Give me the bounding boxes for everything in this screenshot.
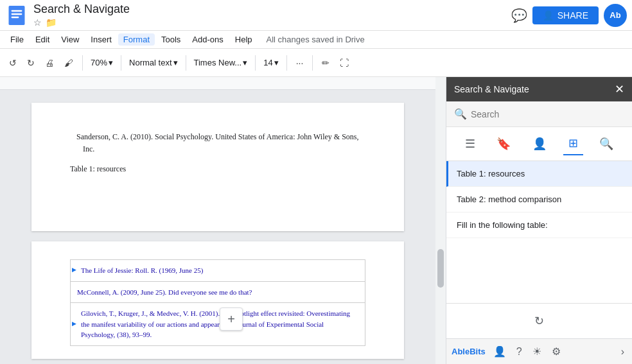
share-person-icon: 👤 xyxy=(543,10,554,21)
addon-settings-button[interactable]: ⚙ xyxy=(549,343,563,360)
search-zoom-icon[interactable]: 🔍 xyxy=(594,133,619,155)
svg-rect-0 xyxy=(9,6,25,25)
avatar[interactable]: Ab xyxy=(604,4,627,27)
addon-person-button[interactable]: 👤 xyxy=(491,343,509,360)
table-row: McConnell, A. (2009, June 25). Did every… xyxy=(71,281,365,303)
share-button[interactable]: 👤 SHARE xyxy=(532,6,599,24)
title-area: Search & Navigate ☆ 📁 xyxy=(33,3,506,28)
table-row: The Life of Jessie: Roll. R. (1969, June… xyxy=(71,260,365,282)
style-caret: ▾ xyxy=(173,58,178,67)
list-icon[interactable]: ☰ xyxy=(460,133,480,155)
redo-button[interactable]: ↻ xyxy=(23,55,39,71)
bookmark-icon[interactable]: 🔖 xyxy=(491,133,516,155)
doc-title[interactable]: Search & Navigate xyxy=(33,3,506,16)
toolbar: ↺ ↻ 🖨 🖌 70% ▾ Normal text ▾ Times New...… xyxy=(0,49,632,77)
addon-help-button[interactable]: ? xyxy=(514,343,525,360)
expand-button[interactable]: ⛶ xyxy=(336,55,353,71)
list-item[interactable]: Table 2: method comparison xyxy=(446,187,632,212)
menu-help[interactable]: Help xyxy=(230,33,258,46)
font-value: Times New... xyxy=(194,58,242,67)
page-1: Sanderson, C. A. (2010). Social Psycholo… xyxy=(31,103,404,231)
top-right: 💬 👤 SHARE Ab xyxy=(511,4,627,27)
separator-4 xyxy=(255,55,256,71)
print-button[interactable]: 🖨 xyxy=(41,55,58,71)
refresh-area: ↻ xyxy=(446,303,632,338)
list-item[interactable]: Fill in the following table: xyxy=(446,212,632,238)
page-1-text: Sanderson, C. A. (2010). Social Psycholo… xyxy=(70,131,365,176)
separator-5 xyxy=(286,55,287,71)
undo-button[interactable]: ↺ xyxy=(5,55,21,71)
menu-view[interactable]: View xyxy=(56,33,84,46)
style-select[interactable]: Normal text ▾ xyxy=(127,56,180,69)
top-bar: Search & Navigate ☆ 📁 💬 👤 SHARE Ab xyxy=(0,0,632,31)
menu-bar: File Edit View Insert Format Tools Add-o… xyxy=(0,31,632,49)
doc-area[interactable]: Sanderson, C. A. (2010). Social Psycholo… xyxy=(0,77,435,364)
title-icons: ☆ 📁 xyxy=(33,17,506,28)
plus-icon: + xyxy=(227,312,235,327)
edit-button[interactable]: ✏ xyxy=(318,55,333,71)
main-area: Sanderson, C. A. (2010). Social Psycholo… xyxy=(0,77,632,364)
separator-2 xyxy=(121,55,121,71)
menu-file[interactable]: File xyxy=(5,33,29,46)
font-caret: ▾ xyxy=(243,58,247,67)
svg-rect-3 xyxy=(12,16,19,18)
svg-rect-1 xyxy=(12,10,22,12)
scrollbar[interactable] xyxy=(435,77,446,364)
separator-3 xyxy=(186,55,186,71)
page-2: The Life of Jessie: Roll. R. (1969, June… xyxy=(31,241,404,359)
saved-notice: All changes saved in Drive xyxy=(267,35,365,44)
menu-addons[interactable]: Add-ons xyxy=(187,33,228,46)
addon-sun-button[interactable]: ☀ xyxy=(530,343,544,360)
menu-format[interactable]: Format xyxy=(118,33,155,46)
addon-bar: AbleBits 👤 ? ☀ ⚙ › xyxy=(446,338,632,364)
size-select[interactable]: 14 ▾ xyxy=(261,56,281,69)
table-row: Gilovich, T., Kruger, J., & Medvec, V. H… xyxy=(71,303,365,346)
close-button[interactable]: ✕ xyxy=(615,83,624,95)
style-value: Normal text xyxy=(129,58,171,67)
side-panel-header: Search & Navigate ✕ xyxy=(446,77,632,101)
separator-6 xyxy=(312,55,313,71)
comments-button[interactable]: 💬 xyxy=(511,8,527,23)
separator-1 xyxy=(82,55,83,71)
reference-table: The Life of Jessie: Roll. R. (1969, June… xyxy=(70,259,365,346)
zoom-select[interactable]: 70% ▾ xyxy=(88,56,116,69)
search-box: 🔍 xyxy=(446,101,632,127)
menu-edit[interactable]: Edit xyxy=(30,33,55,46)
nav-icons: ☰🔖👤⊞🔍 xyxy=(446,127,632,161)
share-label: SHARE xyxy=(557,10,588,21)
app-icon xyxy=(5,4,28,27)
search-input[interactable] xyxy=(471,109,624,119)
font-select[interactable]: Times New... ▾ xyxy=(191,56,250,69)
floating-add-button[interactable]: + xyxy=(220,308,243,331)
page-container: Sanderson, C. A. (2010). Social Psycholo… xyxy=(0,90,435,364)
menu-insert[interactable]: Insert xyxy=(85,33,117,46)
side-panel: Search & Navigate ✕ 🔍 ☰🔖👤⊞🔍 Table 1: res… xyxy=(446,77,632,364)
size-value: 14 xyxy=(263,58,272,67)
scroll-thumb[interactable] xyxy=(437,249,444,288)
list-item[interactable]: Table 1: resources xyxy=(446,161,632,187)
ablebits-logo: AbleBits xyxy=(452,347,486,356)
addon-collapse-button[interactable]: › xyxy=(619,343,627,360)
paint-format-button[interactable]: 🖌 xyxy=(60,55,77,71)
search-icon: 🔍 xyxy=(454,108,467,120)
svg-rect-2 xyxy=(12,13,22,15)
zoom-caret: ▾ xyxy=(109,58,113,67)
ruler xyxy=(0,77,435,90)
side-list: Table 1: resourcesTable 2: method compar… xyxy=(446,161,632,303)
menu-tools[interactable]: Tools xyxy=(156,33,186,46)
zoom-value: 70% xyxy=(91,58,107,67)
side-panel-title: Search & Navigate xyxy=(454,84,529,94)
folder-icon[interactable]: 📁 xyxy=(46,17,57,28)
refresh-button[interactable]: ↻ xyxy=(534,314,544,328)
citation-text: Sanderson, C. A. (2010). Social Psycholo… xyxy=(70,131,365,155)
more-options-button[interactable]: ··· xyxy=(292,55,308,71)
person-icon[interactable]: 👤 xyxy=(527,133,552,155)
table-label[interactable]: Table 1: resources xyxy=(70,163,365,175)
star-icon[interactable]: ☆ xyxy=(33,17,42,28)
size-caret: ▾ xyxy=(274,58,279,67)
table-icon[interactable]: ⊞ xyxy=(563,132,583,155)
